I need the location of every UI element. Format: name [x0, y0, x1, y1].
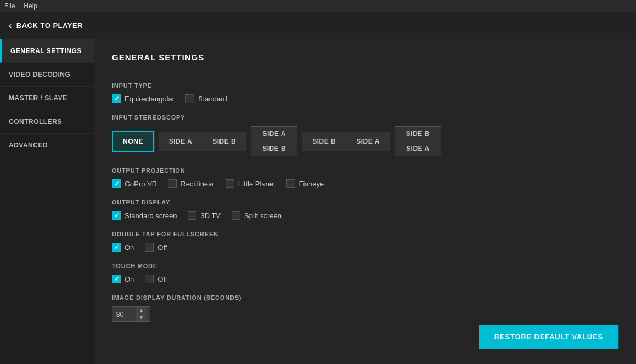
input-stereoscopy-label: INPUT STEREOSCOPY: [112, 114, 618, 121]
proj-rectilinear[interactable]: Rectilinear: [168, 179, 214, 188]
equirectangular-label: Equirectangular: [125, 95, 175, 103]
touch-mode-off[interactable]: Off: [145, 275, 167, 283]
fisheye-label: Fisheye: [299, 180, 324, 188]
app-header: ‹ BACK TO PLAYER: [0, 12, 636, 39]
sidebar-item-controllers[interactable]: CONTROLLERS: [0, 110, 94, 134]
proj-fisheye[interactable]: Fisheye: [286, 179, 324, 188]
touch-mode-off-label: Off: [157, 275, 167, 283]
menu-help[interactable]: Help: [24, 2, 37, 10]
stereo-side-b2-button[interactable]: SIDE B: [302, 132, 346, 151]
standard-checkbox[interactable]: [185, 94, 194, 103]
stereo-double-bottom-a: SIDE A: [395, 141, 441, 156]
duration-input[interactable]: 30: [112, 308, 136, 321]
double-tap-off-checkbox[interactable]: [145, 243, 154, 252]
sidebar-item-master-slave[interactable]: MASTER / SLAVE: [0, 87, 94, 110]
touch-mode-label: TOUCH MODE: [112, 263, 618, 269]
back-label: BACK TO PLAYER: [16, 21, 83, 30]
duration-spinner[interactable]: 30 ▲ ▼: [112, 306, 150, 322]
restore-default-values-button[interactable]: RESTORE DEFAULT VALUES: [479, 325, 618, 349]
stereo-side-ba-pair: SIDE B SIDE A: [302, 132, 390, 151]
back-chevron-icon: ‹: [9, 21, 12, 31]
stereo-a-top-b-bottom-button[interactable]: SIDE A SIDE B: [251, 126, 297, 156]
output-display-options: Standard screen 3D TV Split screen: [112, 211, 618, 220]
stereo-side-a-button[interactable]: SIDE A: [159, 132, 203, 151]
stereoscopy-buttons: NONE SIDE A SIDE B SIDE A SIDE B SIDE B …: [112, 126, 618, 156]
touch-mode-off-checkbox[interactable]: [145, 275, 154, 283]
image-display-duration-section: IMAGE DISPLAY DURATION (SECONDS) 30 ▲ ▼: [112, 294, 618, 322]
stereo-side-ab-pair: SIDE A SIDE B: [159, 132, 247, 151]
title-divider: [112, 69, 618, 69]
double-tap-off[interactable]: Off: [145, 243, 167, 252]
double-tap-on-label: On: [125, 243, 134, 252]
back-to-player-button[interactable]: ‹ BACK TO PLAYER: [9, 21, 83, 31]
3d-tv-checkbox[interactable]: [188, 211, 196, 220]
main-content: GENERAL SETTINGS INPUT TYPE Equirectangu…: [94, 39, 636, 364]
touch-mode-on-checkbox[interactable]: [112, 275, 121, 283]
sidebar: GENERAL SETTINGS VIDEO DECODING MASTER /…: [0, 39, 94, 364]
double-tap-on-checkbox[interactable]: [112, 243, 121, 252]
input-type-standard[interactable]: Standard: [185, 94, 227, 103]
double-tap-section: DOUBLE TAP FOR FULLSCREEN On Off: [112, 231, 618, 252]
stereo-side-b-button[interactable]: SIDE B: [202, 132, 246, 151]
output-projection-section: OUTPUT PROJECTION GoPro VR Rectilinear L…: [112, 167, 618, 188]
rectilinear-checkbox[interactable]: [168, 179, 177, 188]
display-split-screen[interactable]: Split screen: [232, 211, 282, 220]
split-screen-label: Split screen: [244, 212, 282, 220]
double-tap-on[interactable]: On: [112, 243, 134, 252]
standard-label: Standard: [198, 95, 227, 103]
double-tap-options: On Off: [112, 243, 618, 252]
stereo-none-button[interactable]: NONE: [112, 131, 154, 152]
rectilinear-label: Rectilinear: [181, 180, 214, 188]
gopro-vr-checkbox[interactable]: [112, 179, 121, 188]
stereo-b-top-a-bottom-button[interactable]: SIDE B SIDE A: [395, 126, 441, 156]
double-tap-off-label: Off: [157, 243, 167, 252]
sidebar-item-general-settings[interactable]: GENERAL SETTINGS: [0, 39, 94, 63]
output-display-label: OUTPUT DISPLAY: [112, 199, 618, 206]
image-display-duration-label: IMAGE DISPLAY DURATION (SECONDS): [112, 294, 618, 301]
fisheye-checkbox[interactable]: [286, 179, 295, 188]
display-3d-tv[interactable]: 3D TV: [188, 211, 221, 220]
output-projection-options: GoPro VR Rectilinear Little Planet Fishe…: [112, 179, 618, 188]
touch-mode-section: TOUCH MODE On Off: [112, 263, 618, 283]
little-planet-label: Little Planet: [238, 180, 275, 188]
input-type-equirectangular[interactable]: Equirectangular: [112, 94, 175, 103]
equirectangular-checkbox[interactable]: [112, 94, 121, 103]
input-type-label: INPUT TYPE: [112, 82, 618, 89]
menu-bar: File Help: [0, 0, 636, 12]
touch-mode-on-label: On: [125, 275, 134, 283]
sidebar-item-video-decoding[interactable]: VIDEO DECODING: [0, 63, 94, 87]
split-screen-checkbox[interactable]: [232, 211, 240, 220]
touch-mode-on[interactable]: On: [112, 275, 134, 283]
gopro-vr-label: GoPro VR: [125, 180, 157, 188]
standard-screen-checkbox[interactable]: [112, 211, 121, 220]
touch-mode-options: On Off: [112, 275, 618, 283]
input-stereoscopy-section: INPUT STEREOSCOPY NONE SIDE A SIDE B SID…: [112, 114, 618, 156]
sidebar-item-advanced[interactable]: ADVANCED: [0, 134, 94, 157]
proj-gopro[interactable]: GoPro VR: [112, 179, 157, 188]
proj-little-planet[interactable]: Little Planet: [226, 179, 275, 188]
double-tap-label: DOUBLE TAP FOR FULLSCREEN: [112, 231, 618, 237]
input-type-options: Equirectangular Standard: [112, 94, 618, 103]
standard-screen-label: Standard screen: [125, 212, 177, 220]
stereo-side-a2-button[interactable]: SIDE A: [346, 132, 390, 151]
page-title: GENERAL SETTINGS: [112, 53, 618, 62]
stereo-double-top-b: SIDE B: [395, 127, 441, 141]
spinner-up-button[interactable]: ▲: [136, 307, 147, 314]
3d-tv-label: 3D TV: [200, 212, 221, 220]
stereo-double-bottom-b: SIDE B: [251, 141, 297, 156]
display-standard-screen[interactable]: Standard screen: [112, 211, 177, 220]
stereo-double-top-a: SIDE A: [251, 127, 297, 141]
menu-file[interactable]: File: [4, 2, 15, 10]
spinner-down-button[interactable]: ▼: [136, 314, 147, 321]
input-type-section: INPUT TYPE Equirectangular Standard: [112, 82, 618, 103]
little-planet-checkbox[interactable]: [226, 179, 234, 188]
output-display-section: OUTPUT DISPLAY Standard screen 3D TV Spl…: [112, 199, 618, 220]
spinner-arrows: ▲ ▼: [136, 307, 147, 321]
main-layout: GENERAL SETTINGS VIDEO DECODING MASTER /…: [0, 39, 636, 364]
output-projection-label: OUTPUT PROJECTION: [112, 167, 618, 174]
